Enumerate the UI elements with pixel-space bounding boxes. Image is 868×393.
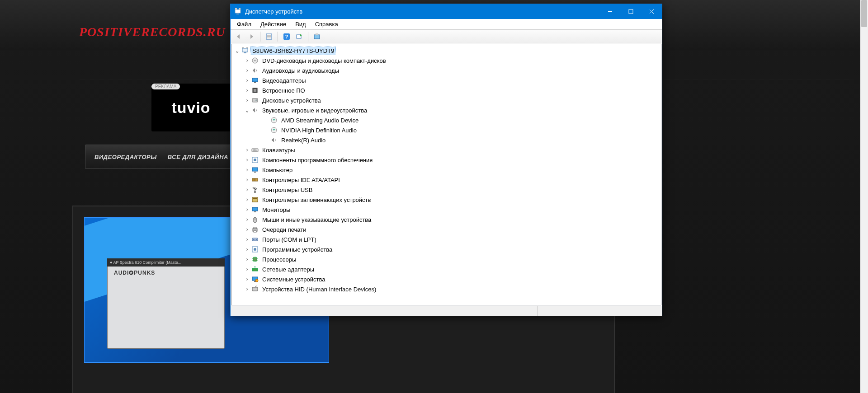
expander-icon[interactable]: › [244, 197, 250, 202]
tree-root[interactable]: ⌄ S8UW6-JSH62-HY7TS-UYDT9 [233, 46, 661, 56]
expander-icon[interactable]: › [244, 217, 250, 222]
hid-icon [251, 285, 259, 293]
expander-icon[interactable]: › [244, 286, 250, 292]
printer-icon [251, 225, 259, 234]
tree-category-computer[interactable]: › Компьютер [233, 165, 661, 175]
tree-device-amd[interactable]: AMD Streaming Audio Device [233, 115, 661, 125]
svg-rect-37 [253, 151, 257, 152]
svg-point-64 [256, 239, 257, 240]
tree-category-mice[interactable]: › Мыши и иные указывающие устройства [233, 215, 661, 225]
maximize-button[interactable] [620, 4, 641, 19]
expander-icon[interactable]: › [244, 147, 250, 153]
tree-category-firmware[interactable]: › Встроенное ПО [233, 85, 661, 95]
tree-category-label: Программные устройства [261, 246, 334, 253]
computer-icon [241, 47, 249, 55]
svg-rect-1 [236, 14, 239, 14]
expander-icon[interactable]: › [244, 68, 250, 73]
tree-category-sound[interactable]: ⌄ Звуковые, игровые и видеоустройства [233, 105, 661, 115]
menu-view[interactable]: Вид [292, 20, 310, 28]
site-logo[interactable]: POSITIVERECORDS.RU [79, 25, 226, 39]
expander-icon[interactable]: › [244, 247, 250, 252]
status-bar [231, 306, 662, 316]
tree-device-nvidia[interactable]: NVIDIA High Definition Audio [233, 125, 661, 135]
tree-category-label: DVD-дисководы и дисководы компакт-дисков [261, 57, 387, 65]
svg-rect-0 [235, 9, 241, 13]
tree-category-video[interactable]: › Видеоадаптеры [233, 75, 661, 85]
tree-category-usb[interactable]: › Контроллеры USB [233, 185, 661, 195]
ad-block[interactable]: tuvio [151, 84, 231, 131]
expander-icon[interactable]: › [244, 257, 250, 262]
menu-help[interactable]: Справка [311, 20, 342, 28]
expander-icon[interactable]: › [244, 167, 250, 173]
svg-rect-24 [254, 82, 256, 83]
page-scrollbar[interactable] [860, 0, 868, 393]
svg-rect-55 [254, 211, 256, 212]
show-hidden-button[interactable] [311, 31, 322, 42]
svg-rect-76 [252, 268, 258, 271]
nav-item-design[interactable]: ВСЕ ДЛЯ ДИЗАЙНА⌄ [168, 154, 235, 160]
svg-rect-5 [629, 9, 633, 14]
tree-category-cpu[interactable]: › Процессоры [233, 254, 661, 264]
svg-rect-3 [239, 8, 241, 9]
svg-point-28 [255, 99, 257, 101]
nav-item-video-editors[interactable]: ВИДЕОРЕДАКТОРЫ [94, 154, 157, 160]
device-tree[interactable]: ⌄ S8UW6-JSH62-HY7TS-UYDT9 › DVD-дисковод… [231, 44, 661, 305]
close-button[interactable] [641, 4, 662, 19]
display-icon [251, 76, 259, 84]
speaker-icon [270, 136, 278, 144]
tree-category-label: Встроенное ПО [261, 87, 307, 94]
expander-icon[interactable]: › [244, 207, 250, 212]
svg-rect-18 [244, 52, 246, 53]
tree-category-label: Компоненты программного обеспечения [261, 156, 374, 164]
titlebar[interactable]: Диспетчер устройств [231, 4, 662, 19]
scan-hardware-button[interactable] [294, 31, 305, 42]
expander-icon[interactable]: ⌄ [244, 108, 250, 113]
minimize-button[interactable] [599, 4, 620, 19]
expander-icon[interactable]: › [244, 78, 250, 83]
display-icon [251, 166, 259, 174]
tree-category-software-comp[interactable]: › Компоненты программного обеспечения [233, 155, 661, 165]
help-button[interactable]: ? [281, 31, 292, 42]
plugin-brand: AUDI✪PUNKS [114, 270, 155, 276]
tree-category-net[interactable]: › Сетевые адаптеры [233, 264, 661, 274]
net-icon [251, 265, 259, 273]
tree-category-ports[interactable]: › Порты (COM и LPT) [233, 234, 661, 244]
svg-rect-19 [242, 47, 244, 48]
expander-icon[interactable]: › [244, 157, 250, 163]
expander-icon[interactable]: › [244, 177, 250, 182]
expander-icon[interactable]: › [244, 227, 250, 232]
expander-icon[interactable]: ⌄ [234, 48, 241, 53]
tree-category-ide[interactable]: › Контроллеры IDE ATA/ATAPI [233, 175, 661, 185]
tree-device-label: Realtek(R) Audio [280, 136, 327, 144]
tree-category-system[interactable]: › Системные устройства [233, 274, 661, 284]
expander-icon[interactable]: › [244, 58, 250, 63]
expander-icon[interactable]: › [244, 276, 250, 282]
tree-category-monitors[interactable]: › Мониторы [233, 205, 661, 215]
expander-icon[interactable]: › [244, 237, 250, 242]
tree-category-hid[interactable]: › Устройства HID (Human Interface Device… [233, 284, 661, 294]
svg-point-30 [274, 120, 274, 121]
menu-bar: Файл Действие Вид Справка [231, 19, 662, 30]
expander-icon[interactable]: › [244, 88, 250, 93]
device-manager-window: Диспетчер устройств Файл Действие Вид Сп… [230, 4, 662, 316]
tree-category-audioio[interactable]: › Аудиовходы и аудиовыходы [233, 66, 661, 75]
plugin-titlebar: ● AP Spectra 610 Complimiter (Maste... [107, 258, 225, 267]
expander-icon[interactable]: › [244, 267, 250, 272]
tree-category-soft-dev[interactable]: › Программные устройства [233, 244, 661, 254]
tree-category-storage-ctl[interactable]: › Контроллеры запоминающих устройств [233, 195, 661, 205]
ad-logo-text: tuvio [171, 99, 210, 117]
tree-device-realtek[interactable]: Realtek(R) Audio [233, 135, 661, 145]
properties-button[interactable] [264, 31, 274, 42]
tree-category-keyboard[interactable]: › Клавиатуры [233, 145, 661, 155]
page-scrollbar-thumb[interactable] [861, 0, 867, 27]
sound-dev-icon [270, 126, 278, 134]
tree-device-label: AMD Streaming Audio Device [280, 117, 360, 124]
tree-category-disk[interactable]: › Дисковые устройства [233, 95, 661, 105]
expander-icon[interactable]: › [244, 187, 250, 192]
menu-action[interactable]: Действие [257, 20, 290, 28]
tree-category-print[interactable]: › Очереди печати [233, 225, 661, 234]
svg-rect-53 [253, 198, 257, 199]
expander-icon[interactable]: › [244, 98, 250, 103]
menu-file[interactable]: Файл [233, 20, 255, 28]
tree-category-dvd[interactable]: › DVD-дисководы и дисководы компакт-диск… [233, 56, 661, 66]
